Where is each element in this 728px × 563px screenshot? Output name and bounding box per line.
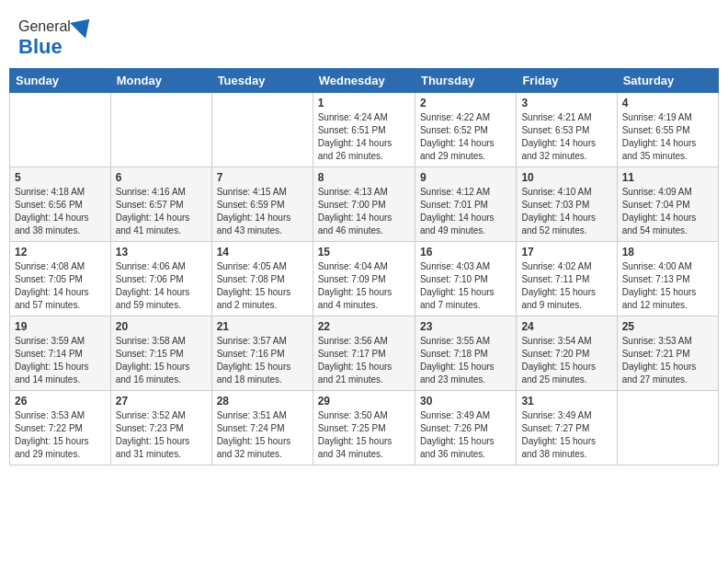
day-number: 21 [217,320,308,333]
day-info: Sunrise: 4:12 AM Sunset: 7:01 PM Dayligh… [420,186,511,237]
day-info: Sunrise: 4:24 AM Sunset: 6:51 PM Dayligh… [318,111,410,163]
day-info: Sunrise: 4:00 AM Sunset: 7:13 PM Dayligh… [622,260,713,312]
day-info: Sunrise: 3:54 AM Sunset: 7:20 PM Dayligh… [521,335,611,386]
calendar-cell: 19Sunrise: 3:59 AM Sunset: 7:14 PM Dayli… [10,316,111,391]
day-info: Sunrise: 4:15 AM Sunset: 6:59 PM Dayligh… [217,186,308,237]
day-number: 4 [622,97,713,109]
calendar-header-wednesday: Wednesday [313,69,415,93]
day-info: Sunrise: 4:08 AM Sunset: 7:05 PM Dayligh… [15,260,106,312]
day-info: Sunrise: 4:16 AM Sunset: 6:57 PM Dayligh… [116,186,207,237]
calendar-cell: 13Sunrise: 4:06 AM Sunset: 7:06 PM Dayli… [110,242,211,316]
calendar-cell: 1Sunrise: 4:24 AM Sunset: 6:51 PM Daylig… [313,93,415,167]
day-info: Sunrise: 4:04 AM Sunset: 7:09 PM Dayligh… [318,260,410,312]
day-info: Sunrise: 3:52 AM Sunset: 7:23 PM Dayligh… [116,409,207,461]
day-number: 28 [217,395,308,408]
day-number: 15 [318,246,410,259]
calendar-cell: 23Sunrise: 3:55 AM Sunset: 7:18 PM Dayli… [415,316,516,391]
day-info: Sunrise: 4:13 AM Sunset: 7:00 PM Dayligh… [318,186,410,237]
day-number: 2 [420,97,511,109]
calendar-header-sunday: Sunday [10,69,111,93]
day-info: Sunrise: 4:03 AM Sunset: 7:10 PM Dayligh… [420,260,511,312]
day-number: 8 [318,171,410,184]
day-number: 22 [318,320,410,333]
day-number: 25 [622,320,713,333]
calendar-cell: 7Sunrise: 4:15 AM Sunset: 6:59 PM Daylig… [211,167,313,242]
calendar-table: SundayMondayTuesdayWednesdayThursdayFrid… [9,68,719,465]
day-number: 24 [521,320,611,333]
day-info: Sunrise: 3:58 AM Sunset: 7:15 PM Dayligh… [116,335,207,386]
day-info: Sunrise: 4:10 AM Sunset: 7:03 PM Dayligh… [521,186,611,237]
calendar-cell: 26Sunrise: 3:53 AM Sunset: 7:22 PM Dayli… [10,391,111,465]
calendar-cell: 29Sunrise: 3:50 AM Sunset: 7:25 PM Dayli… [313,391,415,465]
calendar-cell: 3Sunrise: 4:21 AM Sunset: 6:53 PM Daylig… [517,93,617,167]
day-info: Sunrise: 3:53 AM Sunset: 7:21 PM Dayligh… [622,335,713,386]
calendar-header-thursday: Thursday [415,69,516,93]
logo: General Blue [18,18,95,59]
day-number: 19 [15,320,106,333]
day-info: Sunrise: 4:18 AM Sunset: 6:56 PM Dayligh… [15,186,106,237]
calendar-cell: 4Sunrise: 4:19 AM Sunset: 6:55 PM Daylig… [617,93,718,167]
day-number: 11 [622,171,713,184]
calendar-cell: 8Sunrise: 4:13 AM Sunset: 7:00 PM Daylig… [313,167,415,242]
day-number: 5 [15,171,106,184]
calendar-cell: 2Sunrise: 4:22 AM Sunset: 6:52 PM Daylig… [415,93,516,167]
day-number: 13 [116,246,207,259]
logo-general-text: General [18,18,71,35]
calendar-cell: 5Sunrise: 4:18 AM Sunset: 6:56 PM Daylig… [10,167,111,242]
calendar-cell: 16Sunrise: 4:03 AM Sunset: 7:10 PM Dayli… [415,242,516,316]
calendar-cell: 6Sunrise: 4:16 AM Sunset: 6:57 PM Daylig… [110,167,211,242]
calendar-cell [617,391,718,465]
day-number: 20 [116,320,207,333]
day-info: Sunrise: 3:57 AM Sunset: 7:16 PM Dayligh… [217,335,308,386]
day-info: Sunrise: 4:02 AM Sunset: 7:11 PM Dayligh… [521,260,611,312]
calendar-header-friday: Friday [517,69,617,93]
day-number: 14 [217,246,308,259]
calendar-header-monday: Monday [110,69,211,93]
calendar-cell [211,93,313,167]
day-info: Sunrise: 3:50 AM Sunset: 7:25 PM Dayligh… [318,409,410,461]
day-info: Sunrise: 3:56 AM Sunset: 7:17 PM Dayligh… [318,335,410,386]
calendar-cell: 25Sunrise: 3:53 AM Sunset: 7:21 PM Dayli… [617,316,718,391]
calendar-cell: 14Sunrise: 4:05 AM Sunset: 7:08 PM Dayli… [211,242,313,316]
day-number: 17 [521,246,611,259]
day-number: 1 [318,97,410,109]
calendar-cell: 31Sunrise: 3:49 AM Sunset: 7:27 PM Dayli… [517,391,617,465]
day-info: Sunrise: 4:22 AM Sunset: 6:52 PM Dayligh… [420,111,511,163]
day-number: 27 [116,395,207,408]
calendar-cell: 15Sunrise: 4:04 AM Sunset: 7:09 PM Dayli… [313,242,415,316]
calendar-header-tuesday: Tuesday [211,69,313,93]
day-info: Sunrise: 4:21 AM Sunset: 6:53 PM Dayligh… [521,111,611,163]
day-number: 9 [420,171,511,184]
calendar-cell: 10Sunrise: 4:10 AM Sunset: 7:03 PM Dayli… [517,167,617,242]
day-number: 7 [217,171,308,184]
calendar-week-row: 1Sunrise: 4:24 AM Sunset: 6:51 PM Daylig… [10,93,719,167]
calendar-header-row: SundayMondayTuesdayWednesdayThursdayFrid… [10,69,719,93]
day-number: 26 [15,395,106,408]
calendar-cell: 9Sunrise: 4:12 AM Sunset: 7:01 PM Daylig… [415,167,516,242]
logo-blue-text: Blue [18,35,63,59]
calendar-week-row: 5Sunrise: 4:18 AM Sunset: 6:56 PM Daylig… [10,167,719,242]
day-info: Sunrise: 3:59 AM Sunset: 7:14 PM Dayligh… [15,335,106,386]
day-number: 10 [521,171,611,184]
calendar-cell: 28Sunrise: 3:51 AM Sunset: 7:24 PM Dayli… [211,391,313,465]
day-number: 3 [521,97,611,109]
calendar-cell: 21Sunrise: 3:57 AM Sunset: 7:16 PM Dayli… [211,316,313,391]
day-info: Sunrise: 3:49 AM Sunset: 7:27 PM Dayligh… [521,409,611,461]
calendar-cell: 12Sunrise: 4:08 AM Sunset: 7:05 PM Dayli… [10,242,111,316]
day-info: Sunrise: 4:05 AM Sunset: 7:08 PM Dayligh… [217,260,308,312]
header: General Blue [9,9,719,63]
day-number: 12 [15,246,106,259]
calendar-week-row: 26Sunrise: 3:53 AM Sunset: 7:22 PM Dayli… [10,391,719,465]
day-info: Sunrise: 3:53 AM Sunset: 7:22 PM Dayligh… [15,409,106,461]
calendar-cell: 17Sunrise: 4:02 AM Sunset: 7:11 PM Dayli… [517,242,617,316]
calendar-cell: 18Sunrise: 4:00 AM Sunset: 7:13 PM Dayli… [617,242,718,316]
day-number: 18 [622,246,713,259]
day-info: Sunrise: 3:55 AM Sunset: 7:18 PM Dayligh… [420,335,511,386]
calendar-cell [110,93,211,167]
calendar-cell: 30Sunrise: 3:49 AM Sunset: 7:26 PM Dayli… [415,391,516,465]
day-number: 30 [420,395,511,408]
day-number: 16 [420,246,511,259]
day-info: Sunrise: 3:49 AM Sunset: 7:26 PM Dayligh… [420,409,511,461]
day-number: 6 [116,171,207,184]
calendar-cell [10,93,111,167]
